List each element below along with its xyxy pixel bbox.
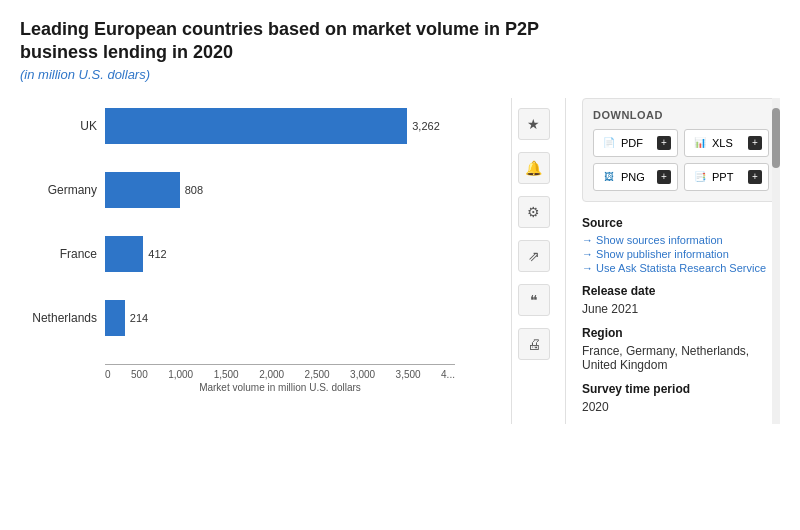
x-axis-label-item: 3,000 (350, 369, 375, 380)
release-date-section: Release date June 2021 (582, 284, 780, 316)
share-icon[interactable]: ⇗ (518, 240, 550, 272)
page-title: Leading European countries based on mark… (20, 18, 540, 65)
bar-track: 412 (105, 236, 167, 272)
bar-chart: UK3,262Germany808France412Netherlands214 (20, 98, 460, 336)
bar-value: 412 (148, 248, 166, 260)
bar-label: France (20, 247, 105, 261)
x-axis-label-item: 1,500 (214, 369, 239, 380)
download-plus-icon: + (657, 170, 671, 184)
download-btn-label: XLS (712, 137, 733, 149)
x-axis (105, 364, 455, 365)
source-link[interactable]: Use Ask Statista Research Service (582, 262, 780, 274)
star-icon[interactable]: ★ (518, 108, 550, 140)
download-btn-label: PPT (712, 171, 733, 183)
region-value: France, Germany, Netherlands, United Kin… (582, 344, 780, 372)
scrollbar-thumb (772, 108, 780, 168)
survey-period-value: 2020 (582, 400, 780, 414)
content-area: UK3,262Germany808France412Netherlands214… (20, 98, 780, 424)
download-xls-button[interactable]: 📊XLS+ (684, 129, 769, 157)
bar-row: Germany808 (20, 172, 460, 208)
print-icon[interactable]: 🖨 (518, 328, 550, 360)
x-axis-label-item: 3,500 (396, 369, 421, 380)
chart-and-icons: UK3,262Germany808France412Netherlands214… (20, 98, 555, 424)
survey-period-section: Survey time period 2020 (582, 382, 780, 414)
page-subtitle: (in million U.S. dollars) (20, 67, 780, 82)
download-pdf-button[interactable]: 📄PDF+ (593, 129, 678, 157)
source-links: Show sources informationShow publisher i… (582, 234, 780, 274)
region-section: Region France, Germany, Netherlands, Uni… (582, 326, 780, 372)
bar-track: 808 (105, 172, 203, 208)
download-label: DOWNLOAD (593, 109, 769, 121)
download-png-button[interactable]: 🖼PNG+ (593, 163, 678, 191)
x-axis-label-item: 2,500 (305, 369, 330, 380)
pdf-icon: 📄 (600, 134, 618, 152)
quote-icon[interactable]: ❝ (518, 284, 550, 316)
bar-fill (105, 108, 407, 144)
source-link[interactable]: Show publisher information (582, 248, 780, 260)
download-btn-label: PNG (621, 171, 645, 183)
page-wrapper: Leading European countries based on mark… (0, 0, 800, 434)
release-date-label: Release date (582, 284, 780, 298)
source-section: Source Show sources informationShow publ… (582, 216, 780, 274)
release-date-value: June 2021 (582, 302, 780, 316)
bar-row: France412 (20, 236, 460, 272)
bar-label: Germany (20, 183, 105, 197)
scrollbar[interactable] (772, 98, 780, 424)
right-panel: DOWNLOAD 📄PDF+📊XLS+🖼PNG+📑PPT+ Source Sho… (565, 98, 780, 424)
x-axis-label-item: 1,000 (168, 369, 193, 380)
gear-icon[interactable]: ⚙ (518, 196, 550, 228)
x-axis-label-item: 2,000 (259, 369, 284, 380)
x-axis-label-item: 0 (105, 369, 111, 380)
title-section: Leading European countries based on mark… (20, 18, 780, 82)
icon-sidebar: ★🔔⚙⇗❝🖨 (511, 98, 555, 424)
x-axis-label-item: 500 (131, 369, 148, 380)
bar-track: 3,262 (105, 108, 440, 144)
png-icon: 🖼 (600, 168, 618, 186)
chart-container: UK3,262Germany808France412Netherlands214… (20, 98, 501, 424)
x-axis-label-item: 4... (441, 369, 455, 380)
region-label: Region (582, 326, 780, 340)
bar-fill (105, 300, 125, 336)
download-plus-icon: + (657, 136, 671, 150)
xls-icon: 📊 (691, 134, 709, 152)
survey-period-label: Survey time period (582, 382, 780, 396)
bar-label: Netherlands (20, 311, 105, 325)
x-axis-labels: 05001,0001,5002,0002,5003,0003,5004... (105, 369, 455, 380)
download-section: DOWNLOAD 📄PDF+📊XLS+🖼PNG+📑PPT+ (582, 98, 780, 202)
x-axis-title: Market volume in million U.S. dollars (105, 382, 455, 393)
bar-fill (105, 236, 143, 272)
source-link[interactable]: Show sources information (582, 234, 780, 246)
bar-value: 808 (185, 184, 203, 196)
bar-row: UK3,262 (20, 108, 460, 144)
bell-icon[interactable]: 🔔 (518, 152, 550, 184)
ppt-icon: 📑 (691, 168, 709, 186)
download-buttons: 📄PDF+📊XLS+🖼PNG+📑PPT+ (593, 129, 769, 191)
bar-row: Netherlands214 (20, 300, 460, 336)
bar-label: UK (20, 119, 105, 133)
download-btn-label: PDF (621, 137, 643, 149)
bar-value: 3,262 (412, 120, 440, 132)
bar-value: 214 (130, 312, 148, 324)
bar-track: 214 (105, 300, 148, 336)
source-label: Source (582, 216, 780, 230)
bar-fill (105, 172, 180, 208)
download-plus-icon: + (748, 136, 762, 150)
download-plus-icon: + (748, 170, 762, 184)
download-ppt-button[interactable]: 📑PPT+ (684, 163, 769, 191)
